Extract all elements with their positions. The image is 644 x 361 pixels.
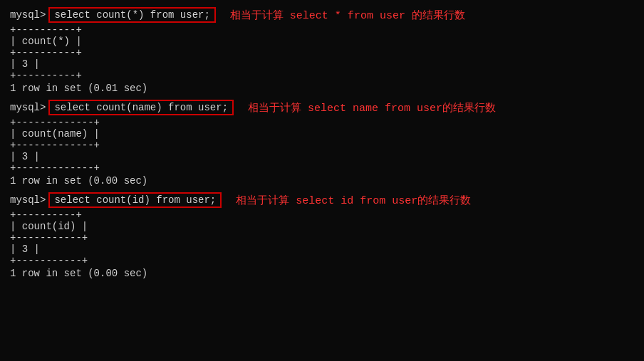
sep-mid-3: +-----------+ (10, 232, 634, 244)
sep-top-2: +-------------+ (10, 117, 634, 128)
table-output-3: +----------+ | count(id) | +-----------+… (10, 209, 634, 266)
query-line-3: mysql> select count(id) from user; 相当于计算… (10, 192, 634, 208)
annotation-3: 相当于计算 select id from user的结果行数 (236, 194, 471, 207)
sep-top-3: +----------+ (10, 209, 634, 221)
table-output-2: +-------------+ | count(name) | +-------… (10, 117, 634, 174)
sql-box-2: select count(name) from user; (48, 100, 234, 115)
prompt-1: mysql> (10, 9, 46, 21)
sep-mid-2: +-------------+ (10, 140, 634, 151)
col-header-1: | count(*) | (10, 36, 634, 47)
query-line-1: mysql> select count(*) from user; 相当于计算 … (10, 7, 634, 23)
result-line-3: 1 row in set (0.00 sec) (10, 268, 634, 279)
value-row-1: | 3 | (10, 58, 634, 70)
prompt-2: mysql> (10, 102, 46, 113)
sql-box-1: select count(*) from user; (48, 7, 215, 23)
sep-bot-2: +-------------+ (10, 162, 634, 174)
query-line-2: mysql> select count(name) from user; 相当于… (10, 100, 634, 115)
col-header-3: | count(id) | (10, 221, 634, 232)
sql-box-3: select count(id) from user; (48, 192, 222, 208)
result-line-1: 1 row in set (0.01 sec) (10, 83, 634, 94)
result-line-2: 1 row in set (0.00 sec) (10, 175, 634, 187)
value-row-3: | 3 | (10, 244, 634, 255)
sep-top-1: +----------+ (10, 24, 634, 36)
sep-bot-3: +-----------+ (10, 255, 634, 266)
terminal-block-1: mysql> select count(*) from user; 相当于计算 … (10, 7, 634, 94)
col-header-2: | count(name) | (10, 128, 634, 140)
annotation-1: 相当于计算 select * from user 的结果行数 (230, 9, 465, 22)
sep-mid-1: +----------+ (10, 47, 634, 58)
table-output-1: +----------+ | count(*) | +----------+ |… (10, 24, 634, 81)
value-row-2: | 3 | (10, 151, 634, 162)
terminal-block-3: mysql> select count(id) from user; 相当于计算… (10, 192, 634, 279)
annotation-2: 相当于计算 select name from user的结果行数 (248, 101, 496, 115)
prompt-3: mysql> (10, 194, 46, 206)
terminal-block-2: mysql> select count(name) from user; 相当于… (10, 100, 634, 187)
sep-bot-1: +----------+ (10, 70, 634, 81)
